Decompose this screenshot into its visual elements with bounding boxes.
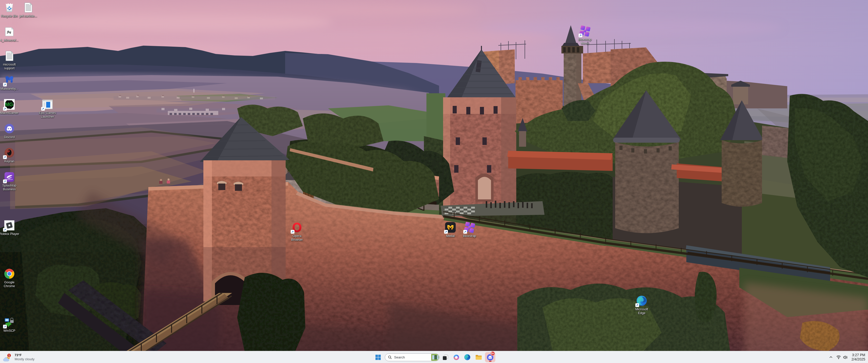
svg-text:fbg: fbg bbox=[7, 30, 11, 34]
svg-text:MG: MG bbox=[5, 102, 13, 107]
svg-text:SPLASHTOP: SPLASHTOP bbox=[6, 179, 13, 180]
